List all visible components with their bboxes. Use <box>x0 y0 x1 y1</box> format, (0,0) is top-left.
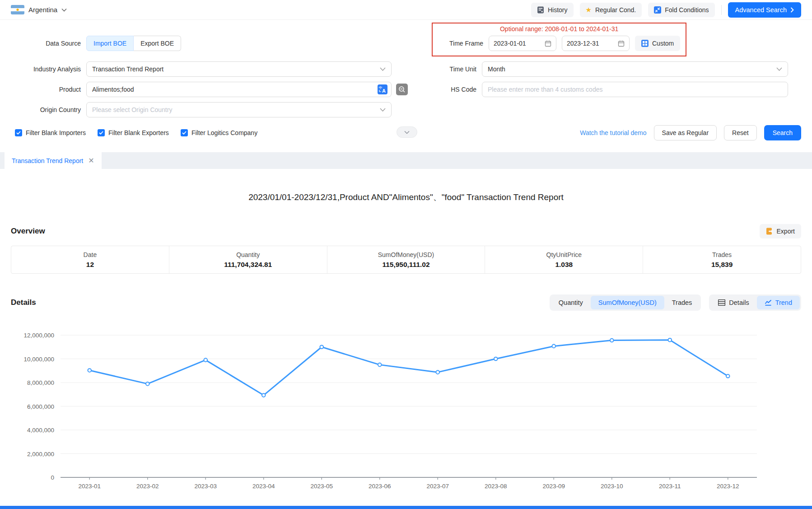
checkbox-checked-icon <box>15 129 22 136</box>
tutorial-link[interactable]: Watch the tutorial demo <box>580 129 646 136</box>
export-button[interactable]: Export <box>760 224 801 238</box>
fold-conditions-label: Fold Conditions <box>665 6 709 14</box>
collapse-conditions-toggle[interactable] <box>397 126 417 138</box>
industry-analysis-select[interactable]: Transaction Trend Report <box>86 61 392 77</box>
time-unit-select[interactable]: Month <box>482 61 788 77</box>
fold-icon <box>654 6 661 14</box>
filter-logitics-company-checkbox[interactable]: Filter Logitics Company <box>181 129 257 136</box>
metric-tab-quantity[interactable]: Quantity <box>551 296 591 309</box>
export-icon <box>766 228 773 235</box>
svg-text:2023-02: 2023-02 <box>136 483 159 490</box>
custom-range-button[interactable]: Custom <box>635 36 680 51</box>
tab-bar: Transaction Trend Report ✕ <box>0 152 812 169</box>
chevron-down-icon <box>61 8 67 12</box>
svg-text:2023-05: 2023-05 <box>310 483 333 490</box>
filter-blank-importers-checkbox[interactable]: Filter Blank Importers <box>15 129 86 136</box>
advanced-search-button[interactable]: Advanced Search <box>728 2 801 18</box>
overview-stats-card: Date 12 Quantity 111,704,324.81 SumOfMon… <box>11 246 801 274</box>
svg-text:2023-11: 2023-11 <box>659 483 681 490</box>
translate-icon[interactable]: 中A <box>378 84 387 94</box>
svg-text:2023-06: 2023-06 <box>369 483 391 490</box>
table-icon <box>718 299 725 306</box>
stat-quantity: Quantity 111,704,324.81 <box>169 246 327 273</box>
checkbox-label: Filter Blank Importers <box>26 129 86 136</box>
optional-range-text: Optional range: 2008-01-01 to 2024-01-31 <box>438 25 680 33</box>
exclude-search-button[interactable] <box>396 84 408 95</box>
chevron-down-icon <box>776 67 782 71</box>
product-label: Product <box>11 86 81 93</box>
chevron-down-icon <box>380 67 386 71</box>
view-tab-details[interactable]: Details <box>710 296 756 309</box>
custom-icon <box>641 40 649 47</box>
stat-date: Date 12 <box>11 246 169 273</box>
regular-cond-label: Regular Cond. <box>595 6 636 14</box>
svg-text:10,000,000: 10,000,000 <box>23 356 54 363</box>
origin-country-label: Origin Country <box>11 106 81 113</box>
history-icon <box>537 6 544 14</box>
svg-text:2023-08: 2023-08 <box>485 483 507 490</box>
end-date-field[interactable]: 2023-12-31 <box>562 36 630 51</box>
checkbox-label: Filter Logitics Company <box>191 129 257 136</box>
view-segmented-control: Details Trend <box>709 294 801 311</box>
regular-cond-button[interactable]: ★ Regular Cond. <box>580 3 642 17</box>
trend-chart-icon <box>765 299 772 306</box>
tab-label: Transaction Trend Report <box>12 157 83 164</box>
svg-text:2023-10: 2023-10 <box>601 483 623 490</box>
country-selector[interactable]: Argentina <box>11 5 67 14</box>
svg-text:2023-07: 2023-07 <box>426 483 449 490</box>
fold-conditions-button[interactable]: Fold Conditions <box>648 3 714 17</box>
search-button[interactable]: Search <box>764 125 801 140</box>
svg-text:6,000,000: 6,000,000 <box>27 403 54 410</box>
import-boe-option[interactable]: Import BOE <box>86 36 134 51</box>
export-boe-option[interactable]: Export BOE <box>134 36 181 51</box>
svg-text:2023-04: 2023-04 <box>252 483 275 490</box>
industry-analysis-label: Industry Analysis <box>11 65 81 73</box>
advanced-search-label: Advanced Search <box>735 6 787 14</box>
close-icon[interactable]: ✕ <box>88 157 94 164</box>
time-frame-label: Time Frame <box>438 40 483 47</box>
hs-code-label: HS Code <box>431 86 476 93</box>
checkbox-checked-icon <box>181 129 188 136</box>
custom-label: Custom <box>652 40 674 47</box>
time-unit-value: Month <box>488 65 505 73</box>
origin-country-select[interactable]: Please select Origin Country <box>86 102 392 117</box>
export-label: Export <box>777 228 795 235</box>
topbar-divider <box>721 5 722 15</box>
history-label: History <box>548 6 568 14</box>
star-icon: ★ <box>586 6 592 13</box>
metric-tab-sum-of-money[interactable]: SumOfMoney(USD) <box>591 296 664 309</box>
trend-chart: 02,000,0004,000,0006,000,0008,000,00010,… <box>11 323 801 497</box>
metric-segmented-control: Quantity SumOfMoney(USD) Trades <box>550 294 701 311</box>
argentina-flag-icon <box>11 5 24 14</box>
trend-chart-container: 02,000,0004,000,0006,000,0008,000,00010,… <box>11 323 801 498</box>
svg-text:2023-09: 2023-09 <box>542 483 565 490</box>
checkbox-label: Filter Blank Exporters <box>108 129 169 136</box>
reset-button[interactable]: Reset <box>724 125 757 140</box>
svg-text:2023-12: 2023-12 <box>717 483 739 490</box>
svg-text:2023-01: 2023-01 <box>78 483 101 490</box>
report-title: 2023/01/01-2023/12/31,Product AND"Alimen… <box>52 191 760 203</box>
time-unit-label: Time Unit <box>431 65 476 73</box>
save-as-regular-button[interactable]: Save as Regular <box>654 125 717 140</box>
hs-code-input[interactable] <box>482 82 788 97</box>
topbar: Argentina History ★ Regular Cond. Fold C… <box>0 0 812 20</box>
svg-text:A: A <box>382 88 386 93</box>
start-date-field[interactable]: 2023-01-01 <box>489 36 556 51</box>
filter-blank-exporters-checkbox[interactable]: Filter Blank Exporters <box>98 129 169 136</box>
metric-tab-trades[interactable]: Trades <box>664 296 700 309</box>
view-tab-trend[interactable]: Trend <box>757 296 800 309</box>
stat-trades: Trades 15,839 <box>643 246 801 273</box>
svg-text:2,000,000: 2,000,000 <box>27 451 54 458</box>
chevron-down-icon <box>404 131 410 134</box>
zoom-exclude-icon <box>398 86 406 93</box>
checkbox-checked-icon <box>98 129 105 136</box>
history-button[interactable]: History <box>531 3 574 17</box>
details-heading: Details <box>11 298 36 307</box>
arrow-right-icon <box>790 7 794 13</box>
bottom-bar <box>0 506 812 509</box>
tab-transaction-trend-report[interactable]: Transaction Trend Report ✕ <box>5 152 102 169</box>
industry-analysis-value: Transaction Trend Report <box>92 65 163 73</box>
product-input[interactable] <box>86 82 392 97</box>
calendar-icon <box>545 40 551 47</box>
chevron-down-icon <box>380 108 386 112</box>
